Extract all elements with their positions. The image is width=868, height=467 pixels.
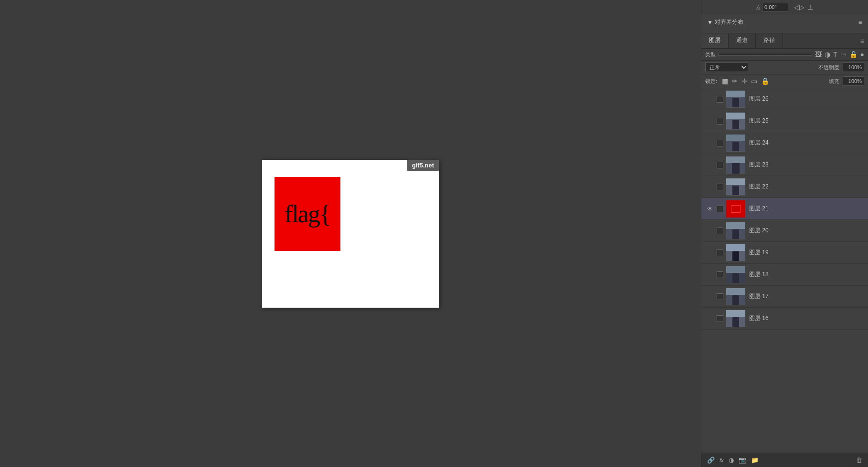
filter-smart-icon[interactable]: 🔒 <box>849 51 857 58</box>
tabs-menu-icon[interactable]: ≡ <box>860 37 864 45</box>
layer-item-26[interactable]: 图层 26 <box>701 88 868 110</box>
lock-move-icon[interactable]: ✛ <box>741 77 747 85</box>
flag-text: flag{ <box>285 200 330 228</box>
tab-channels[interactable]: 通道 <box>729 33 756 48</box>
fill-row: 填充: <box>829 76 864 86</box>
thumb-26 <box>726 91 745 108</box>
layer-item-18[interactable]: 图层 18 <box>701 264 868 286</box>
flip-v-icon[interactable]: ⊥ <box>807 3 813 11</box>
canvas-area: gif5.net flag{ <box>0 0 701 467</box>
layer-item-24[interactable]: 图层 24 <box>701 132 868 154</box>
fill-label: 填充: <box>829 78 841 85</box>
layer-name-23: 图层 23 <box>749 161 769 169</box>
opacity-label: 不透明度: <box>818 64 841 71</box>
filter-shape-icon[interactable]: ▭ <box>840 51 847 58</box>
opacity-input[interactable] <box>843 62 864 72</box>
layer-item-25[interactable]: 图层 25 <box>701 110 868 132</box>
tabs-right: ≡ <box>860 33 868 48</box>
layer-name-24: 图层 24 <box>749 139 769 147</box>
lock-artboard-icon[interactable]: ▭ <box>751 77 757 85</box>
blend-mode-select[interactable]: 正常 <box>705 62 748 72</box>
align-section: ▼ 对齐并分布 ≡ <box>701 14 868 33</box>
layer-name-26: 图层 26 <box>749 95 769 103</box>
thumb-18 <box>726 266 745 283</box>
checkbox-16[interactable] <box>717 315 723 322</box>
mask-icon[interactable]: ◑ <box>729 457 734 464</box>
layer-item-19[interactable]: 图层 19 <box>701 242 868 264</box>
right-panel: △ ◁▷ ⊥ ▼ 对齐并分布 ≡ 图层 通道 路径 ≡ 类型 🖼 <box>701 0 868 467</box>
flip-h-icon[interactable]: ◁▷ <box>794 3 804 11</box>
checkbox-22[interactable] <box>717 184 723 190</box>
thumb-24 <box>726 135 745 152</box>
layer-tabs: 图层 通道 路径 ≡ <box>701 33 868 49</box>
watermark-badge: gif5.net <box>407 160 439 171</box>
checkbox-26[interactable] <box>717 96 723 103</box>
align-header: ▼ 对齐并分布 ≡ <box>707 18 862 26</box>
filter-icons: 🖼 ◑ T ▭ 🔒 ● <box>815 51 864 58</box>
thumb-17 <box>726 288 745 305</box>
checkbox-21[interactable] <box>717 206 723 212</box>
layer-name-25: 图层 25 <box>749 117 769 125</box>
checkbox-17[interactable] <box>717 293 723 300</box>
bottom-bar: 🔗 fx ◑ 📷 📁 🗑 <box>701 453 868 467</box>
layer-item-21[interactable]: 👁 图层 21 <box>701 198 868 220</box>
flag-image: flag{ <box>275 177 340 251</box>
thumb-19 <box>726 244 745 261</box>
lock-transparent-icon[interactable]: ▦ <box>722 77 728 85</box>
lock-icons: ▦ ✏ ✛ ▭ 🔒 <box>722 77 769 85</box>
layer-item-23[interactable]: 图层 23 <box>701 154 868 176</box>
collapse-arrow[interactable]: ▼ <box>707 19 713 26</box>
layer-item-22[interactable]: 图层 22 <box>701 176 868 198</box>
align-title-text: 对齐并分布 <box>715 18 743 26</box>
thumb-25 <box>726 113 745 130</box>
layer-item-20[interactable]: 图层 20 <box>701 220 868 242</box>
lock-all-icon[interactable]: 🔒 <box>761 77 769 85</box>
lock-row: 锁定: ▦ ✏ ✛ ▭ 🔒 填充: <box>701 74 868 88</box>
adjustment-icon[interactable]: 📷 <box>739 457 746 464</box>
layer-list: 图层 26 图层 25 图层 24 图层 23 <box>701 88 868 453</box>
checkbox-25[interactable] <box>717 118 723 125</box>
align-title: ▼ 对齐并分布 <box>707 18 743 26</box>
delete-icon[interactable]: 🗑 <box>856 457 862 464</box>
opacity-row: 不透明度: <box>818 62 864 72</box>
layer-name-22: 图层 22 <box>749 183 769 191</box>
checkbox-19[interactable] <box>717 249 723 256</box>
thumb-23 <box>726 156 745 174</box>
lock-paint-icon[interactable]: ✏ <box>732 77 738 85</box>
thumb-21 <box>726 200 745 218</box>
layer-name-17: 图层 17 <box>749 292 769 301</box>
layer-item-16[interactable]: 图层 16 <box>701 308 868 330</box>
layer-name-16: 图层 16 <box>749 314 769 322</box>
canvas-wrapper: gif5.net flag{ <box>262 160 439 308</box>
thumb-22 <box>726 178 745 196</box>
layer-name-18: 图层 18 <box>749 270 769 279</box>
checkbox-20[interactable] <box>717 228 723 234</box>
layer-name-21: 图层 21 <box>749 205 769 213</box>
fill-input[interactable] <box>843 76 864 86</box>
layer-name-20: 图层 20 <box>749 227 769 235</box>
checkbox-18[interactable] <box>717 271 723 278</box>
tab-paths[interactable]: 路径 <box>756 33 783 48</box>
checkbox-24[interactable] <box>717 140 723 146</box>
group-icon[interactable]: 📁 <box>751 457 759 464</box>
filter-adjust-icon[interactable]: ◑ <box>825 51 830 58</box>
blend-mode-row: 正常 不透明度: <box>701 61 868 74</box>
thumb-20 <box>726 222 745 239</box>
tab-layers[interactable]: 图层 <box>701 33 729 48</box>
link-icon[interactable]: 🔗 <box>707 457 715 464</box>
visibility-21[interactable]: 👁 <box>705 206 715 212</box>
filter-text-icon[interactable]: T <box>833 51 837 58</box>
angle-input[interactable] <box>762 3 788 11</box>
layer-item-17[interactable]: 图层 17 <box>701 286 868 308</box>
type-label: 类型 <box>705 51 716 58</box>
filter-photo-icon[interactable]: 🖼 <box>815 51 822 58</box>
filter-dot-icon[interactable]: ● <box>860 51 864 58</box>
eye-icon-21: 👁 <box>707 206 713 212</box>
checkbox-23[interactable] <box>717 162 723 168</box>
search-box[interactable] <box>719 53 812 56</box>
layer-name-19: 图层 19 <box>749 249 769 257</box>
layer-filter-toolbar: 类型 🖼 ◑ T ▭ 🔒 ● <box>701 49 868 61</box>
fx-icon[interactable]: fx <box>720 457 724 463</box>
align-menu-icon[interactable]: ≡ <box>858 19 862 26</box>
lock-label: 锁定: <box>705 78 717 85</box>
